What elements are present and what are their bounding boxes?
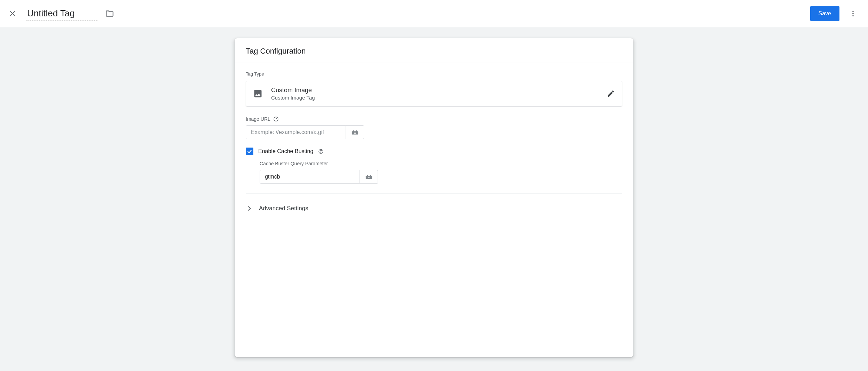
image-url-field: Image URL (246, 116, 622, 139)
folder-icon (105, 9, 114, 18)
divider (246, 194, 622, 194)
canvas: Tag Configuration Tag Type Custom Image … (0, 27, 868, 371)
more-menu-button[interactable] (846, 7, 860, 20)
cache-buster-variable-button[interactable] (360, 170, 378, 184)
image-url-label: Image URL (246, 116, 270, 122)
svg-point-13 (321, 152, 321, 153)
close-button[interactable] (8, 9, 17, 18)
svg-rect-9 (356, 131, 357, 132)
variable-brick-icon (351, 129, 359, 135)
tag-name-input[interactable] (26, 7, 98, 21)
card-title: Tag Configuration (235, 38, 633, 63)
pencil-icon (607, 89, 615, 98)
help-icon (318, 149, 324, 154)
enable-cache-busting-label: Enable Cache Busting (258, 148, 313, 155)
tag-type-subtitle: Custom Image Tag (271, 95, 315, 101)
chevron-right-icon (246, 205, 253, 212)
tag-type-label: Tag Type (246, 71, 622, 77)
tag-type-name: Custom Image (271, 87, 315, 94)
advanced-settings-toggle[interactable]: Advanced Settings (235, 197, 633, 220)
variable-brick-icon (365, 174, 373, 180)
tag-type-selector[interactable]: Custom Image Custom Image Tag (246, 81, 622, 106)
help-icon (273, 116, 279, 122)
image-url-variable-button[interactable] (346, 125, 364, 139)
image-url-help[interactable] (273, 116, 279, 122)
folder-button[interactable] (105, 9, 114, 18)
svg-rect-8 (353, 131, 354, 132)
image-url-input[interactable] (246, 125, 346, 139)
svg-point-4 (852, 15, 854, 16)
save-button[interactable]: Save (810, 6, 839, 21)
cache-busting-section: Enable Cache Busting Cache Buster Query … (246, 148, 622, 184)
svg-point-2 (852, 10, 854, 12)
cache-busting-help[interactable] (318, 149, 324, 154)
tag-config-card: Tag Configuration Tag Type Custom Image … (235, 38, 633, 357)
svg-rect-16 (370, 175, 371, 176)
image-icon (253, 89, 263, 98)
check-icon (247, 149, 252, 154)
advanced-settings-label: Advanced Settings (259, 205, 308, 212)
cache-buster-param-label: Cache Buster Query Parameter (260, 161, 328, 166)
svg-point-6 (276, 120, 276, 120)
svg-rect-15 (367, 175, 368, 176)
cache-buster-param-input[interactable] (260, 170, 360, 184)
more-vert-icon (849, 10, 857, 17)
svg-point-3 (852, 13, 854, 14)
tag-type-text: Custom Image Custom Image Tag (271, 87, 315, 101)
enable-cache-busting-checkbox[interactable] (246, 148, 253, 155)
close-icon (9, 10, 16, 17)
dialog-header: Save (0, 0, 868, 27)
cache-buster-param-field: Cache Buster Query Parameter (260, 161, 622, 184)
edit-tag-type-button[interactable] (607, 89, 615, 98)
